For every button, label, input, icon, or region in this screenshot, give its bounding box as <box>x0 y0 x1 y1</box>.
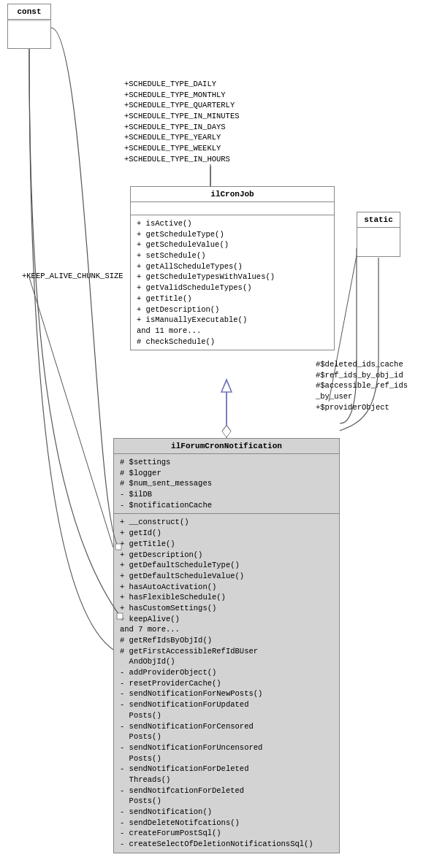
ilcronjob-box: ilCronJob + isActive() + getScheduleType… <box>130 186 335 350</box>
svg-marker-13 <box>222 426 231 437</box>
keep-alive-label: +KEEP_ALIVE_CHUNK_SIZE <box>22 272 123 280</box>
svg-marker-4 <box>222 380 231 391</box>
svg-line-6 <box>29 277 113 548</box>
diagram-container: const +SCHEDULE_TYPE_DAILY +SCHEDULE_TYP… <box>0 0 426 868</box>
ilcronjob-title: ilCronJob <box>131 187 334 202</box>
svg-marker-5 <box>222 425 231 437</box>
ilforumcronnotification-title: ilForumCronNotification <box>114 439 339 454</box>
static-box: static <box>357 212 400 257</box>
const-box-title: const <box>8 4 50 20</box>
static-box-title: static <box>357 212 400 228</box>
schedule-constants: +SCHEDULE_TYPE_DAILY +SCHEDULE_TYPE_MONT… <box>124 79 240 165</box>
static-props-label: #$deleted_ids_cache #$ref_ids_by_obj_id … <box>316 359 408 412</box>
ilforumcronnotification-box: ilForumCronNotification # $settings # $l… <box>113 438 340 853</box>
const-box: const <box>7 4 51 49</box>
svg-marker-12 <box>221 380 232 392</box>
